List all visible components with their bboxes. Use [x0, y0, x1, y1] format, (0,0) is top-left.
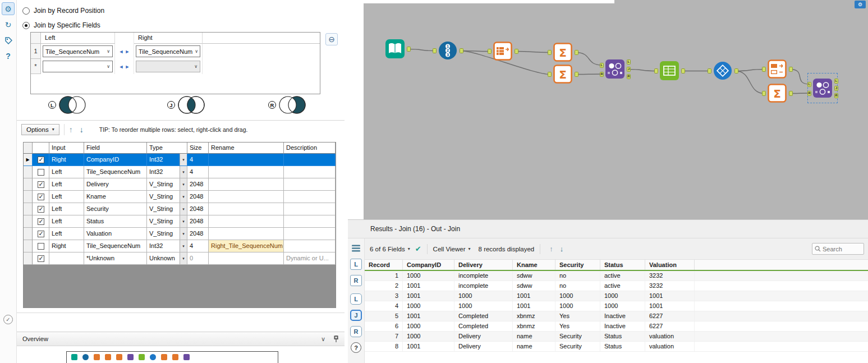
grid-row-status[interactable]: LeftStatusV_String▾2048 [24, 215, 336, 228]
connection-anchor[interactable] [575, 50, 578, 55]
row-selector-gutter[interactable] [24, 178, 33, 191]
results-row[interactable]: 51001CompletedxbnmzYesInactive6227 [365, 311, 868, 321]
field-checkbox[interactable] [38, 181, 44, 188]
connection-anchor[interactable]: L [627, 59, 631, 65]
results-anchor-output-right[interactable]: R [350, 326, 362, 337]
swap-fields-arrows[interactable]: ◄ ► [115, 44, 134, 59]
apply-check-icon[interactable]: ✔ [415, 245, 421, 253]
connection-anchor[interactable] [548, 50, 552, 55]
tool-transpose[interactable] [492, 40, 513, 62]
refresh-icon[interactable]: ↻ [2, 18, 15, 31]
radio-join-by-specific-fields[interactable]: Join by Specific Fields [22, 21, 100, 29]
connection-anchor[interactable]: R [600, 72, 604, 77]
connection-anchor[interactable] [762, 67, 766, 72]
scroll-up-button[interactable]: ↑ [549, 245, 553, 253]
right-join-field-select[interactable]: Tile_SequenceNum ∨ [136, 45, 200, 57]
connection-anchor[interactable] [460, 48, 463, 53]
field-checkbox[interactable] [38, 169, 44, 176]
grid-row-unknown[interactable]: *UnknownUnknown▾0Dynamic or U... [24, 252, 336, 265]
overview-body[interactable] [17, 346, 345, 363]
search-input[interactable] [823, 246, 861, 252]
pin-icon[interactable] [333, 336, 339, 343]
field-checkbox[interactable] [38, 194, 44, 200]
results-row[interactable]: 81001DeliverynameSecurityStatusvaluation [365, 342, 868, 352]
results-anchor-input-left[interactable]: L [350, 259, 362, 270]
type-dropdown[interactable]: ▾ [180, 228, 187, 240]
connection-anchor[interactable] [575, 72, 578, 77]
radio-circle[interactable] [22, 22, 30, 29]
connection-anchor[interactable]: L [600, 63, 604, 68]
results-row[interactable]: 71000DeliverynameSecurityStatusvaluation [365, 332, 868, 342]
connection-anchor[interactable]: L [807, 82, 811, 87]
type-dropdown[interactable]: ▾ [180, 166, 187, 178]
field-checkbox[interactable] [38, 206, 44, 213]
connection-anchor[interactable] [548, 72, 552, 77]
type-dropdown[interactable]: ▾ [180, 154, 187, 166]
tool-summarize-right[interactable]: Σ [766, 82, 788, 104]
results-row[interactable]: 61000CompletedxbnmzYesInactive6227 [365, 321, 868, 332]
fields-dropdown[interactable]: 6 of 6 Fields ▾ [370, 246, 410, 252]
settings-gear-icon[interactable]: ⚙ [2, 2, 15, 15]
grid-row-tile_sequencenum[interactable]: LeftTile_SequenceNumInt32▾4 [24, 166, 336, 178]
type-dropdown[interactable]: ▾ [180, 203, 187, 215]
tool-join-1[interactable]: LRLJR [604, 58, 626, 80]
results-anchor-output-join[interactable]: J [350, 310, 362, 321]
results-col-header-delivery[interactable]: Delivery [454, 260, 513, 270]
tool-input-data[interactable] [384, 38, 406, 59]
swap-fields-arrows[interactable]: ◄ ► [115, 59, 134, 74]
tool-summarize-top[interactable]: Σ [552, 42, 573, 63]
results-col-header-valuation[interactable]: Valuation [645, 260, 695, 270]
tag-icon[interactable] [2, 34, 15, 47]
tool-record-id[interactable]: 123 [437, 40, 458, 61]
grid-row-kname[interactable]: LeftKnameV_String▾2048 [24, 191, 336, 203]
connection-anchor[interactable] [789, 91, 793, 96]
field-checkbox[interactable] [38, 157, 44, 163]
connection-anchor[interactable]: L [834, 79, 838, 84]
grid-row-delivery[interactable]: LeftDeliveryV_String▾2048 [24, 178, 336, 191]
connection-anchor[interactable] [734, 68, 738, 73]
row-selector-gutter[interactable] [24, 215, 33, 228]
overview-minimap[interactable] [66, 351, 278, 363]
field-checkbox[interactable] [38, 231, 44, 237]
results-help[interactable]: ? [351, 342, 361, 353]
grid-row-valuation[interactable]: LeftValuationV_String▾2048 [24, 228, 336, 240]
results-row[interactable]: 21001incompletesdwwnoactive3232 [365, 281, 868, 291]
remove-join-row-button[interactable]: ⊖ [325, 33, 338, 45]
left-join-field-select-new[interactable]: ∨ [43, 61, 113, 72]
row-selector-gutter[interactable] [24, 228, 33, 240]
grid-row-tile_sequencenum[interactable]: RightTile_SequenceNumInt32▾4Right_Tile_S… [24, 240, 336, 252]
connection-anchor[interactable] [515, 49, 518, 54]
connection-anchor[interactable] [681, 68, 685, 73]
move-row-up-button[interactable]: ↑ [69, 125, 73, 134]
help-icon[interactable]: ? [2, 49, 15, 62]
field-checkbox[interactable] [38, 218, 44, 225]
workflow-canvas[interactable]: ⚙ 123ΣΣLRLJRΣLRLJR [364, 0, 868, 219]
connection-anchor[interactable] [407, 47, 411, 52]
row-selector-gutter[interactable] [24, 240, 33, 252]
results-col-header-status[interactable]: Status [600, 260, 645, 270]
results-col-header-kname[interactable]: Kname [513, 260, 555, 270]
type-dropdown[interactable]: ▾ [180, 191, 187, 203]
radio-join-by-record-position[interactable]: Join by Record Position [22, 7, 104, 15]
type-dropdown[interactable]: ▾ [180, 215, 187, 227]
tool-table[interactable] [659, 60, 680, 81]
tool-join-2[interactable]: LRLJR [812, 77, 833, 99]
scroll-down-button[interactable]: ↓ [560, 245, 564, 253]
connection-anchor[interactable]: J [627, 67, 631, 72]
row-selector-gutter[interactable] [24, 166, 33, 178]
type-dropdown[interactable]: ▾ [180, 178, 187, 190]
grid-row-companyid[interactable]: ▶RightCompanyIDInt32▾4 [24, 154, 336, 166]
collapse-chevron-icon[interactable]: ∨ [321, 336, 325, 343]
results-row[interactable]: 4100010001001100010001001 [365, 301, 868, 311]
row-selector-gutter[interactable] [24, 252, 33, 265]
results-col-header-security[interactable]: Security [555, 260, 600, 270]
results-row[interactable]: 3100110001001100010001001 [365, 291, 868, 301]
move-row-down-button[interactable]: ↓ [80, 125, 84, 134]
field-checkbox[interactable] [38, 255, 44, 262]
connection-anchor[interactable] [654, 68, 658, 73]
tool-layout[interactable] [766, 58, 788, 80]
connection-anchor[interactable]: R [834, 93, 838, 98]
connection-anchor[interactable] [708, 68, 711, 73]
connection-anchor[interactable] [433, 48, 437, 53]
results-col-header-companyid[interactable]: CompanyID [403, 260, 454, 270]
